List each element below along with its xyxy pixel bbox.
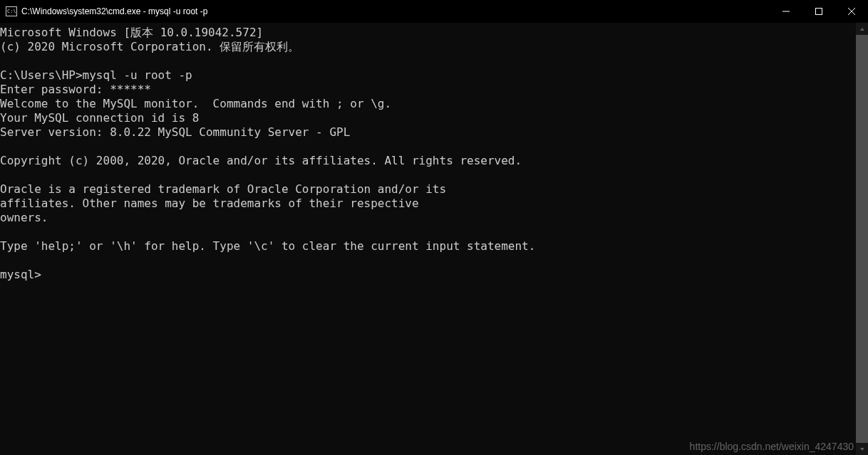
minimize-button[interactable] <box>770 0 802 23</box>
close-button[interactable] <box>835 0 868 23</box>
scrollbar-down-arrow[interactable] <box>856 443 868 455</box>
window-titlebar: C:\ C:\Windows\system32\cmd.exe - mysql … <box>0 0 868 23</box>
cmd-icon: C:\ <box>6 6 17 17</box>
scrollbar-track[interactable] <box>856 35 868 443</box>
maximize-button[interactable] <box>802 0 835 23</box>
window-title: C:\Windows\system32\cmd.exe - mysql -u r… <box>21 6 207 16</box>
terminal-area: Microsoft Windows [版本 10.0.19042.572] (c… <box>0 23 868 455</box>
terminal-output[interactable]: Microsoft Windows [版本 10.0.19042.572] (c… <box>0 23 856 455</box>
svg-text:C:\: C:\ <box>7 9 16 14</box>
svg-marker-7 <box>860 448 864 451</box>
svg-rect-3 <box>816 9 822 15</box>
titlebar-left: C:\ C:\Windows\system32\cmd.exe - mysql … <box>0 6 207 17</box>
window-controls <box>770 0 868 23</box>
vertical-scrollbar[interactable] <box>856 23 868 455</box>
scrollbar-up-arrow[interactable] <box>856 23 868 35</box>
scrollbar-thumb[interactable] <box>856 35 868 443</box>
svg-marker-6 <box>860 28 864 31</box>
